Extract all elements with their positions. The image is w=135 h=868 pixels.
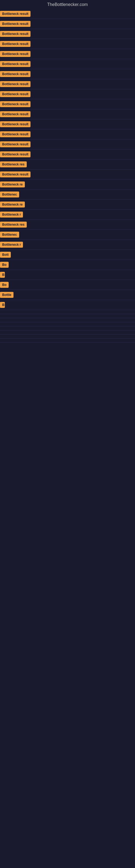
site-title: TheBottlenecker.com [0,0,135,8]
list-item: Bottleneck result [0,170,135,178]
bottleneck-badge[interactable]: Bottleneck result [0,131,31,137]
bottleneck-badge[interactable]: B [0,272,5,278]
list-item [0,328,135,329]
list-item: Bottleneck result [0,30,135,38]
bottleneck-badge[interactable]: Bo [0,262,9,268]
list-item: Bottleneck result [0,10,135,18]
bottleneck-badge[interactable]: Bottleneck res [0,222,27,227]
bottleneck-badge[interactable]: Bo [0,282,9,288]
bottleneck-badge[interactable]: Bottleneck res [0,161,27,167]
list-item: Bottleneck result [0,141,135,148]
bottleneck-badge[interactable]: Bottleneck result [0,151,31,157]
list-item: Bo [0,281,135,289]
list-item: Bottleneck result [0,40,135,48]
bottleneck-badge[interactable]: B [0,302,5,308]
bottleneck-badge[interactable]: Bottleneck result [0,81,31,87]
list-item [0,319,135,321]
list-item [0,336,135,337]
list-item: Bottleneck result [0,100,135,108]
list-item: Bott [0,251,135,258]
bottleneck-badge[interactable]: Bottleneck result [0,31,31,37]
list-item: Bottleneck re [0,201,135,208]
list-item: Bottlenec [0,231,135,239]
list-item: Bo [0,261,135,269]
list-item: Bottleneck result [0,80,135,88]
list-item [0,340,135,341]
bottleneck-badge[interactable]: Bottleneck result [0,91,31,97]
list-item: Bottleneck result [0,151,135,158]
list-item: Bottle [0,291,135,299]
list-item: Bottleneck result [0,70,135,78]
bottleneck-badge[interactable]: Bottlenec [0,231,19,238]
bottleneck-badge[interactable]: Bottleneck result [0,71,31,77]
bottleneck-badge[interactable]: Bottleneck result [0,61,31,67]
list-item: Bottleneck r [0,211,135,218]
bottleneck-badge[interactable]: Bottleneck r [0,212,23,218]
bottleneck-badge[interactable]: Bottleneck result [0,101,31,107]
bottleneck-badge[interactable]: Bottleneck result [0,141,31,147]
list-item [0,315,135,317]
bottleneck-badge[interactable]: Bottleneck r [0,242,23,248]
bottleneck-badge[interactable]: Bottlenec [0,191,19,197]
list-item: Bottleneck result [0,120,135,128]
bottleneck-badge[interactable]: Bottleneck re [0,182,25,187]
list-item: Bottleneck res [0,221,135,228]
bottleneck-badge[interactable]: Bottleneck result [0,51,31,57]
bottleneck-badge[interactable]: Bott [0,252,11,258]
list-item: Bottleneck result [0,20,135,28]
list-item: Bottleneck result [0,60,135,68]
items-container: Bottleneck resultBottleneck resultBottle… [0,8,135,344]
list-item [0,332,135,333]
list-item: B [0,271,135,279]
list-item: Bottleneck re [0,181,135,188]
list-item: Bottlenec [0,191,135,198]
list-item: Bottleneck result [0,90,135,98]
bottleneck-badge[interactable]: Bottleneck result [0,11,31,17]
list-item [0,323,135,325]
bottleneck-badge[interactable]: Bottleneck result [0,111,31,117]
list-item: Bottleneck r [0,241,135,248]
list-item [0,311,135,313]
bottleneck-badge[interactable]: Bottleneck result [0,21,31,27]
bottleneck-badge[interactable]: Bottleneck result [0,121,31,127]
bottleneck-badge[interactable]: Bottleneck result [0,172,31,177]
list-item: Bottleneck res [0,161,135,168]
bottleneck-badge[interactable]: Bottle [0,292,13,298]
list-item: Bottleneck result [0,50,135,58]
list-item: Bottleneck result [0,130,135,138]
bottleneck-badge[interactable]: Bottleneck re [0,202,25,208]
bottleneck-badge[interactable]: Bottleneck result [0,41,31,47]
list-item: B [0,301,135,309]
list-item: Bottleneck result [0,111,135,118]
